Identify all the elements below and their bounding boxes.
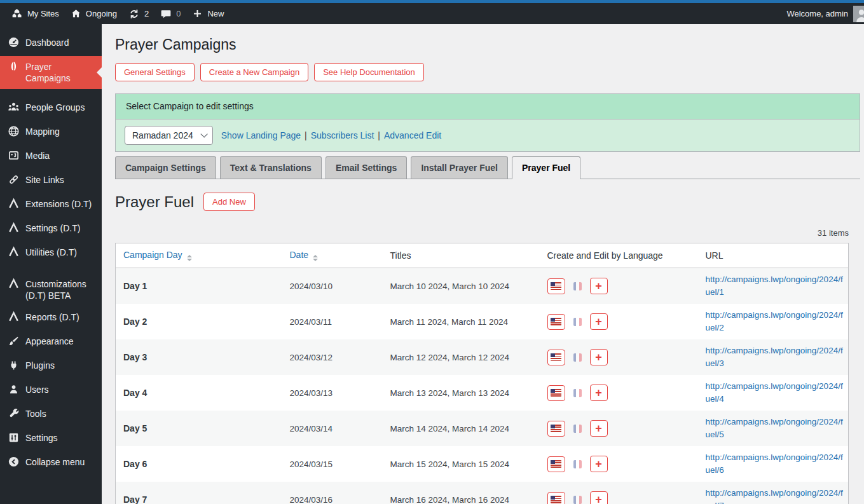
fr-flag-icon[interactable] xyxy=(573,496,582,504)
sidebar-item-label: Prayer Campaigns xyxy=(25,61,97,84)
tab-email-settings[interactable]: Email Settings xyxy=(326,156,407,179)
multisite-icon xyxy=(11,8,23,20)
titles-cell: March 14 2024, March 14 2024 xyxy=(383,411,540,446)
sidebar-item-people-groups[interactable]: People Groups xyxy=(0,97,102,121)
edit-english-button[interactable] xyxy=(547,492,565,504)
help-documentation-button[interactable]: See Help Documentation xyxy=(314,63,424,81)
column-header-campaign-day[interactable]: Campaign Day xyxy=(116,243,282,268)
fuel-url-link[interactable]: http://campaigns.lwp/ongoing/2024/fuel/2 xyxy=(706,310,843,332)
sidebar-item-media[interactable]: Media xyxy=(0,145,102,169)
sidebar-item-label: Customizations (D.T) BETA xyxy=(25,278,97,301)
fr-flag-icon[interactable] xyxy=(573,353,582,362)
sidebar-item-tools[interactable]: Tools xyxy=(0,403,102,427)
page-title: Prayer Campaigns xyxy=(115,36,860,53)
column-header-date[interactable]: Date xyxy=(282,243,383,268)
tab-text-translations[interactable]: Text & Translations xyxy=(220,156,322,179)
sidebar-item-dashboard[interactable]: Dashboard xyxy=(0,32,102,56)
add-language-button[interactable]: + xyxy=(590,420,608,437)
sidebar-item-reports-dt[interactable]: Reports (D.T) xyxy=(0,306,102,330)
new-content-menu[interactable]: New xyxy=(186,3,230,24)
titles-cell: March 11 2024, March 11 2024 xyxy=(383,304,540,339)
link-separator: | xyxy=(305,130,307,140)
tab-prayer-fuel[interactable]: Prayer Fuel xyxy=(512,156,580,179)
edit-english-button[interactable] xyxy=(547,350,565,365)
fuel-url-link[interactable]: http://campaigns.lwp/ongoing/2024/fuel/5 xyxy=(706,417,843,439)
subscribers-list-link[interactable]: Subscribers List xyxy=(311,130,374,140)
sidebar-item-label: Users xyxy=(25,384,49,395)
sidebar-item-site-links[interactable]: Site Links xyxy=(0,169,102,193)
edit-english-button[interactable] xyxy=(547,314,565,330)
admin-bar: My Sites Ongoing 2 0 New Welcome, admin xyxy=(0,3,864,24)
edit-english-button[interactable] xyxy=(547,456,565,472)
sidebar-item-label: Tools xyxy=(25,408,46,419)
sidebar-item-plugins[interactable]: Plugins xyxy=(0,355,102,379)
tab-campaign-settings[interactable]: Campaign Settings xyxy=(115,156,216,179)
add-language-button[interactable]: + xyxy=(590,456,608,472)
edit-english-button[interactable] xyxy=(547,278,565,294)
sidebar-item-prayer-campaigns[interactable]: Prayer Campaigns xyxy=(0,56,102,89)
sidebar: Dashboard Prayer Campaigns People Groups… xyxy=(0,24,102,504)
update-count: 2 xyxy=(144,9,149,18)
fr-flag-icon[interactable] xyxy=(573,460,582,468)
sidebar-item-label: Utilities (D.T) xyxy=(25,247,77,258)
advanced-edit-link[interactable]: Advanced Edit xyxy=(384,130,441,140)
collapse-icon xyxy=(8,456,20,470)
fuel-url-link[interactable]: http://campaigns.lwp/ongoing/2024/fuel/4 xyxy=(706,381,843,404)
tab-install-prayer-fuel[interactable]: Install Prayer Fuel xyxy=(411,156,508,179)
fr-flag-icon[interactable] xyxy=(573,425,582,433)
campaign-day-cell: Day 5 xyxy=(116,411,282,446)
fr-flag-icon[interactable] xyxy=(573,318,582,326)
sidebar-item-mapping[interactable]: Mapping xyxy=(0,121,102,145)
welcome-text[interactable]: Welcome, admin xyxy=(786,9,848,18)
add-language-button[interactable]: + xyxy=(590,349,608,365)
add-language-button[interactable]: + xyxy=(590,313,608,330)
settings-tabs: Campaign Settings Text & Translations Em… xyxy=(115,156,860,179)
my-sites-menu[interactable]: My Sites xyxy=(5,3,65,24)
general-settings-button[interactable]: General Settings xyxy=(115,63,195,81)
add-language-button[interactable]: + xyxy=(590,278,608,294)
sidebar-item-settings-dt[interactable]: Settings (D.T) xyxy=(0,217,102,242)
sidebar-item-extensions-dt[interactable]: Extensions (D.T) xyxy=(0,193,102,217)
fuel-url-link[interactable]: http://campaigns.lwp/ongoing/2024/fuel/1 xyxy=(706,275,843,297)
sidebar-item-label: Media xyxy=(25,150,50,161)
column-header-url: URL xyxy=(698,243,849,268)
avatar[interactable] xyxy=(853,6,864,22)
campaign-day-cell: Day 4 xyxy=(116,375,282,411)
add-language-button[interactable]: + xyxy=(590,385,608,401)
sidebar-item-utilities-dt[interactable]: Utilities (D.T) xyxy=(0,242,102,266)
fr-flag-icon[interactable] xyxy=(573,389,582,397)
fuel-url-link[interactable]: http://campaigns.lwp/ongoing/2024/fuel/6 xyxy=(706,453,843,475)
us-flag-icon xyxy=(551,389,561,397)
fr-flag-icon[interactable] xyxy=(573,282,582,290)
edit-english-button[interactable] xyxy=(547,421,565,437)
add-new-button[interactable]: Add New xyxy=(203,193,255,211)
sidebar-item-customizations-dt[interactable]: Customizations (D.T) BETA xyxy=(0,273,102,306)
link-separator: | xyxy=(378,130,380,140)
dt-caret-icon xyxy=(8,198,20,212)
site-home-menu[interactable]: Ongoing xyxy=(65,3,123,24)
sidebar-item-label: Plugins xyxy=(25,360,55,371)
dt-caret-icon xyxy=(8,222,20,236)
date-cell: 2024/03/16 xyxy=(282,482,383,504)
campaign-select-value: Ramadan 2024 xyxy=(132,130,193,140)
comments-menu[interactable]: 0 xyxy=(154,3,186,24)
show-landing-page-link[interactable]: Show Landing Page xyxy=(221,130,301,140)
add-language-button[interactable]: + xyxy=(590,491,608,504)
campaign-select[interactable]: Ramadan 2024 xyxy=(125,126,213,145)
sidebar-item-users[interactable]: Users xyxy=(0,379,102,403)
sidebar-collapse-menu[interactable]: Collapse menu xyxy=(0,451,102,475)
home-icon xyxy=(71,8,81,19)
table-row: Day 2 2024/03/11 March 11 2024, March 11… xyxy=(116,304,849,339)
create-campaign-button[interactable]: Create a New Campaign xyxy=(200,63,308,81)
updates-menu[interactable]: 2 xyxy=(123,3,154,24)
dt-caret-icon xyxy=(8,247,20,261)
sidebar-item-settings[interactable]: Settings xyxy=(0,427,102,451)
date-cell: 2024/03/10 xyxy=(282,268,383,304)
sidebar-item-label: Collapse menu xyxy=(25,456,85,468)
sidebar-item-appearance[interactable]: Appearance xyxy=(0,330,102,355)
edit-english-button[interactable] xyxy=(547,385,565,401)
fuel-url-link[interactable]: http://campaigns.lwp/ongoing/2024/fuel/3 xyxy=(706,346,843,368)
fuel-url-link[interactable]: http://campaigns.lwp/ongoing/2024/fuel/7 xyxy=(706,488,843,504)
main-content: Prayer Campaigns General Settings Create… xyxy=(102,24,864,504)
titles-cell: March 16 2024, March 16 2024 xyxy=(383,482,540,504)
